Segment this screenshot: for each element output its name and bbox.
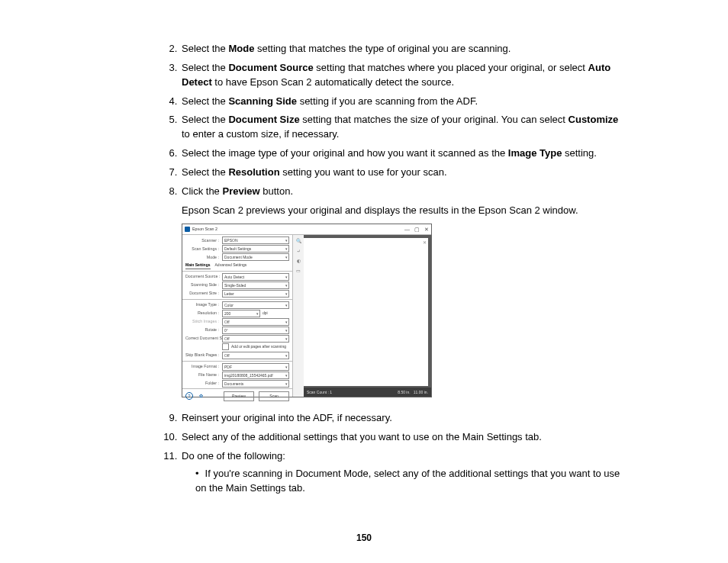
- step-11-bullet: If you're scanning in Document Mode, sel…: [195, 467, 629, 496]
- close-icon[interactable]: ✕: [424, 226, 429, 233]
- step-11: Do one of the following: If you're scann…: [180, 449, 629, 496]
- mirror-tool-icon[interactable]: ◐: [297, 258, 301, 265]
- step-8-desc: Epson Scan 2 previews your original and …: [182, 204, 629, 218]
- preview-button[interactable]: Preview: [224, 391, 254, 401]
- folder-select[interactable]: Documents: [222, 380, 289, 388]
- maximize-icon[interactable]: ▢: [414, 226, 420, 233]
- document-source-select[interactable]: Auto Detect: [222, 273, 289, 281]
- settings-panel: Scanner :EPSON Scan Settings :Default Se…: [182, 235, 293, 397]
- epson-scan-screenshot: Epson Scan 2 — ▢ ✕ Scanner :EPSON Sca: [182, 224, 432, 397]
- step-7: Select the Resolution setting you want t…: [180, 166, 629, 180]
- step-5: Select the Document Size setting that ma…: [180, 113, 629, 142]
- minimize-icon[interactable]: —: [404, 226, 410, 233]
- step-4: Select the Scanning Side setting if you …: [180, 95, 629, 109]
- app-icon: [185, 227, 190, 232]
- step-8: Click the Preview button. Epson Scan 2 p…: [180, 185, 629, 398]
- scan-button[interactable]: Scan: [259, 391, 289, 401]
- page-number: 150: [0, 532, 728, 545]
- window-title: Epson Scan 2: [192, 227, 217, 233]
- preview-area: 🔍 ⤾ ◐ ▭ ✕ Scan Count : 1 8.50 in. 11.00 …: [293, 235, 431, 397]
- help-icon[interactable]: ?: [185, 392, 193, 400]
- mode-select[interactable]: Document Mode: [222, 253, 289, 261]
- document-page: Select the Mode setting that matches the…: [0, 0, 728, 496]
- step-10: Select any of the additional settings th…: [180, 430, 629, 445]
- skew-select[interactable]: Off: [222, 335, 289, 343]
- document-size-select[interactable]: Letter: [222, 290, 289, 298]
- settings-icon[interactable]: ✿: [198, 393, 204, 399]
- zoom-icon[interactable]: 🔍: [296, 238, 301, 245]
- step-6: Select the image type of your original a…: [180, 146, 629, 161]
- tab-main-settings[interactable]: Main Settings: [185, 262, 211, 269]
- scanner-select[interactable]: EPSON: [222, 236, 289, 244]
- image-type-select[interactable]: Color: [222, 301, 289, 309]
- file-name-field[interactable]: img20180808_15542465.pdf: [222, 372, 289, 379]
- window-titlebar: Epson Scan 2 — ▢ ✕: [182, 224, 431, 235]
- step-2: Select the Mode setting that matches the…: [180, 42, 629, 56]
- crop-tool-icon[interactable]: ▭: [296, 268, 301, 275]
- scan-settings-select[interactable]: Default Settings: [222, 245, 289, 253]
- tab-advanced-settings[interactable]: Advanced Settings: [215, 262, 247, 269]
- add-edit-checkbox[interactable]: [222, 343, 229, 350]
- step-3: Select the Document Source setting that …: [180, 61, 629, 90]
- resolution-select[interactable]: 200: [222, 310, 260, 317]
- preview-thumbnail[interactable]: ✕: [304, 238, 428, 386]
- rotate-select[interactable]: 0°: [222, 327, 289, 334]
- scanning-side-select[interactable]: Single-Sided: [222, 282, 289, 289]
- skip-blank-select[interactable]: Off: [222, 352, 289, 359]
- image-format-select[interactable]: PDF: [222, 363, 289, 371]
- step-9: Reinsert your original into the ADF, if …: [180, 411, 629, 426]
- stitch-select[interactable]: Off: [222, 318, 289, 326]
- preview-status-bar: Scan Count : 1 8.50 in. 11.00 in.: [304, 388, 431, 397]
- rotate-tool-icon[interactable]: ⤾: [297, 248, 301, 255]
- remove-preview-icon[interactable]: ✕: [423, 240, 427, 246]
